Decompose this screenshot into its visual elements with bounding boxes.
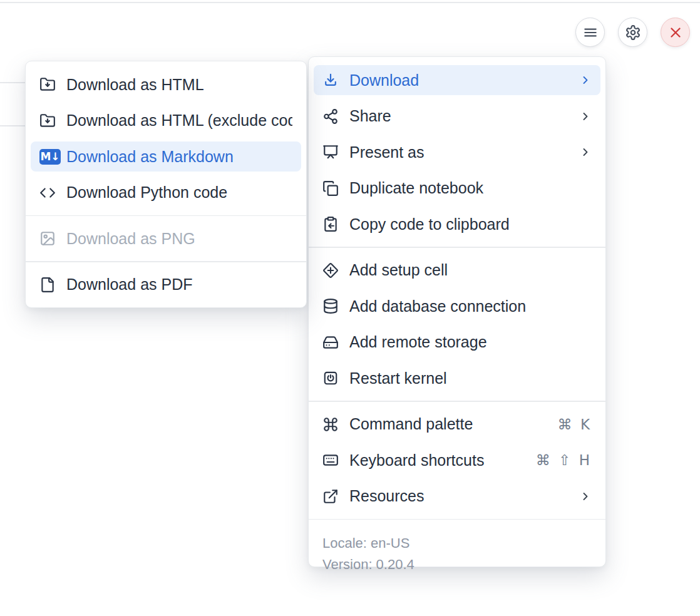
background-cell-divider — [0, 125, 26, 126]
menu-item-download[interactable]: Download — [314, 65, 600, 95]
page-top-divider — [0, 2, 700, 3]
background-cell-divider — [0, 82, 26, 83]
duplicate-icon — [322, 180, 339, 197]
diamond-plus-icon — [322, 262, 339, 279]
menu-item-add-remote-storage[interactable]: Add remote storage — [314, 327, 600, 357]
chevron-right-icon — [579, 490, 592, 503]
menu-item-share[interactable]: Share — [314, 101, 600, 131]
menu-separator — [26, 215, 306, 217]
menu-item-label: Download as PDF — [66, 275, 292, 294]
menu-item-keyboard-shortcuts[interactable]: Keyboard shortcuts ⌘ ⇧ H — [314, 445, 600, 475]
menu-item-add-database-connection[interactable]: Add database connection — [314, 291, 600, 321]
menu-item-download-as-png: Download as PNG — [31, 223, 301, 254]
locale-info: Locale: en-US — [322, 533, 597, 554]
clipboard-copy-icon — [322, 216, 339, 232]
keyboard-shortcut-hint: ⌘ K — [558, 416, 592, 433]
menu-item-label: Add setup cell — [349, 261, 592, 279]
hard-drive-icon — [322, 334, 339, 351]
menu-item-label: Restart kernel — [349, 369, 592, 388]
version-info: Version: 0.20.4 — [322, 554, 597, 575]
menu-item-add-setup-cell[interactable]: Add setup cell — [314, 255, 600, 285]
menu-item-restart-kernel[interactable]: Restart kernel — [314, 363, 600, 393]
menu-footer: Locale: en-US Version: 0.20.4 — [314, 527, 600, 575]
markdown-download-badge-icon: M↓ — [39, 149, 61, 165]
share-icon — [322, 108, 339, 125]
menu-item-label: Share — [349, 107, 569, 125]
image-icon — [39, 230, 56, 247]
menu-item-label: Command palette — [349, 415, 547, 433]
keyboard-shortcut-hint: ⌘ ⇧ H — [536, 452, 592, 468]
menu-item-label: Download as Markdown — [66, 148, 292, 166]
menu-separator — [309, 519, 605, 520]
folder-down-icon — [39, 76, 56, 93]
menu-item-label: Add database connection — [349, 297, 592, 316]
menu-separator — [26, 261, 306, 262]
menu-item-label: Keyboard shortcuts — [349, 451, 525, 470]
menu-item-label: Download Python code — [66, 183, 292, 202]
menu-item-duplicate-notebook[interactable]: Duplicate notebook — [314, 173, 600, 203]
menu-item-download-as-pdf[interactable]: Download as PDF — [31, 270, 301, 300]
presentation-icon — [322, 144, 339, 160]
menu-item-download-python-code[interactable]: Download Python code — [31, 178, 301, 208]
menu-item-resources[interactable]: Resources — [314, 481, 600, 511]
notebook-action-buttons — [575, 18, 690, 47]
menu-separator — [309, 401, 605, 402]
chevron-right-icon — [579, 74, 592, 86]
external-link-icon — [322, 488, 339, 505]
menu-item-download-as-markdown[interactable]: M↓ Download as Markdown — [31, 141, 301, 172]
menu-item-copy-code[interactable]: Copy code to clipboard — [314, 209, 600, 239]
close-icon — [667, 24, 684, 41]
menu-button[interactable] — [575, 18, 605, 47]
code-icon — [39, 185, 56, 201]
folder-down-icon — [39, 113, 56, 129]
settings-button[interactable] — [618, 18, 647, 47]
download-submenu: Download as HTML Download as HTML (exclu… — [25, 61, 307, 308]
menu-item-label: Download — [349, 71, 569, 90]
chevron-right-icon — [579, 110, 592, 123]
menu-item-present-as[interactable]: Present as — [314, 137, 600, 167]
power-square-icon — [322, 370, 339, 386]
notebook-actions-menu: Download Share Present as Duplicate note… — [308, 56, 606, 567]
keyboard-icon — [322, 452, 339, 468]
file-icon — [39, 277, 56, 293]
menu-item-command-palette[interactable]: Command palette ⌘ K — [314, 409, 600, 439]
menu-item-label: Present as — [349, 143, 569, 162]
menu-item-label: Copy code to clipboard — [349, 215, 592, 234]
menu-item-download-as-html-exclude-code[interactable]: Download as HTML (exclude code) — [31, 106, 301, 136]
menu-item-label: Download as HTML (exclude code) — [66, 111, 292, 130]
menu-item-label: Download as HTML — [66, 76, 292, 94]
menu-separator — [309, 247, 605, 248]
command-icon — [322, 416, 339, 433]
chevron-right-icon — [579, 146, 592, 158]
menu-item-label: Download as PNG — [66, 230, 292, 248]
hamburger-icon — [582, 24, 599, 41]
gear-icon — [625, 24, 641, 41]
menu-item-download-as-html[interactable]: Download as HTML — [31, 69, 301, 100]
close-button[interactable] — [661, 18, 690, 47]
menu-item-label: Add remote storage — [349, 333, 592, 351]
database-icon — [322, 298, 339, 314]
menu-item-label: Resources — [349, 487, 569, 505]
download-icon — [322, 72, 339, 88]
menu-item-label: Duplicate notebook — [349, 179, 592, 197]
